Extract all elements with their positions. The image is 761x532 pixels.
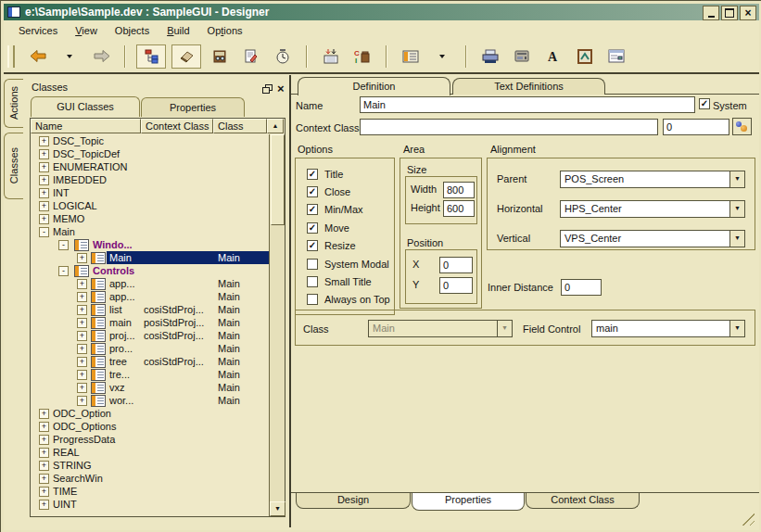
tab-properties[interactable]: Properties xyxy=(412,493,525,511)
panel-splitter[interactable] xyxy=(289,75,291,527)
tab-definition[interactable]: Definition xyxy=(298,77,450,95)
checkbox-always-on-top[interactable] xyxy=(307,294,318,305)
tree-row[interactable]: +treecosiStdProj...Main xyxy=(31,355,269,368)
sidebar-tab-classes[interactable]: Classes xyxy=(4,133,23,199)
inner-distance-input[interactable]: 0 xyxy=(561,279,602,296)
system-checkbox[interactable]: ✓ xyxy=(699,98,710,109)
tree-row[interactable]: +listcosiStdProj...Main xyxy=(31,303,269,316)
tree-row[interactable]: +tre...Main xyxy=(31,368,269,381)
parent-combobox[interactable]: POS_Screen▼ xyxy=(560,171,745,188)
tree-row[interactable]: +INT xyxy=(31,186,269,199)
tree-row[interactable]: +UINT xyxy=(31,498,269,511)
menu-item-objects[interactable]: Objects xyxy=(107,22,159,39)
option-row-system-modal[interactable]: System Modal xyxy=(296,255,394,272)
option-row-small-title[interactable]: Small Title xyxy=(296,272,394,290)
option-row-title[interactable]: ✓Title xyxy=(296,165,394,183)
name-input[interactable]: Main xyxy=(360,96,695,113)
tree-expand-toggle[interactable]: + xyxy=(39,214,49,224)
maximize-button[interactable] xyxy=(721,6,738,20)
toolbar-button-window-preview[interactable] xyxy=(602,45,630,68)
toolbar-button-library[interactable] xyxy=(206,45,234,68)
toolbar-button-back[interactable] xyxy=(24,45,52,68)
tree-row[interactable]: +proj...cosiStdProj...Main xyxy=(31,329,269,342)
option-row-move[interactable]: ✓Move xyxy=(296,219,394,236)
tab-gui-classes[interactable]: GUI Classes xyxy=(31,96,140,117)
tree-expand-toggle[interactable]: + xyxy=(39,149,49,159)
menu-item-options[interactable]: Options xyxy=(199,22,252,39)
x-input[interactable]: 0 xyxy=(439,257,473,273)
toolbar-button-image[interactable] xyxy=(571,45,599,68)
resize-grip[interactable] xyxy=(740,513,755,526)
tree-row[interactable]: +ProgressData xyxy=(31,433,269,446)
dock-close-icon[interactable]: × xyxy=(277,82,285,95)
toolbar-button-eraser[interactable] xyxy=(171,44,201,69)
option-row-resize[interactable]: ✓Resize xyxy=(296,237,394,255)
tree-row[interactable]: +vxzMain xyxy=(31,381,269,394)
tree-expand-toggle[interactable]: + xyxy=(77,318,87,328)
tree-expand-toggle[interactable]: + xyxy=(39,500,49,510)
tree-row[interactable]: +wor...Main xyxy=(31,394,269,407)
toolbar-button-history[interactable] xyxy=(269,45,297,68)
tree-expand-toggle[interactable]: + xyxy=(77,370,87,380)
column-header-name[interactable]: Name xyxy=(31,119,141,133)
toolbar-button-import[interactable] xyxy=(317,45,345,68)
tree-expand-toggle[interactable]: + xyxy=(39,474,49,484)
option-row-always-on-top[interactable]: Always on Top xyxy=(296,291,394,309)
tree-expand-toggle[interactable]: + xyxy=(77,331,87,341)
tree-expand-toggle[interactable]: + xyxy=(77,279,87,289)
context-class-index-input[interactable]: 0 xyxy=(663,119,729,135)
tree-expand-toggle[interactable]: + xyxy=(77,344,87,354)
checkbox-min-max[interactable]: ✓ xyxy=(307,204,318,215)
width-input[interactable]: 800 xyxy=(443,182,475,198)
title-bar[interactable]: e:\Sample\Sample.dev : SampleGUI - Desig… xyxy=(4,4,759,20)
tree-expand-toggle[interactable]: - xyxy=(58,266,69,276)
scroll-down-button[interactable]: ▼ xyxy=(270,501,285,516)
checkbox-close[interactable]: ✓ xyxy=(307,186,318,197)
tree-row[interactable]: +mainposiStdProj...Main xyxy=(31,316,269,329)
tree-expand-toggle[interactable]: - xyxy=(58,240,69,250)
tab-properties-dock[interactable]: Properties xyxy=(141,97,245,117)
tree-expand-toggle[interactable]: + xyxy=(77,292,87,302)
toolbar-button-print[interactable] xyxy=(476,45,504,68)
tree-row[interactable]: +TIME xyxy=(31,485,269,498)
tree-row[interactable]: +ENUMERATION xyxy=(31,160,269,173)
tree-expand-toggle[interactable]: + xyxy=(77,383,87,393)
tree-row[interactable]: +ODC_Options xyxy=(31,420,269,433)
minimize-button[interactable] xyxy=(703,6,719,20)
toolbar-button-code-generation[interactable]: CI xyxy=(349,45,376,68)
tree-row[interactable]: +DSC_TopicDef xyxy=(31,147,269,160)
class-combobox[interactable]: Main ▼ xyxy=(368,320,513,337)
tab-design[interactable]: Design xyxy=(296,493,411,509)
sidebar-tab-actions[interactable]: Actions xyxy=(4,79,23,128)
tree-expand-toggle[interactable]: + xyxy=(39,422,49,432)
toolbar-button-form-view-dropdown[interactable] xyxy=(428,45,456,68)
tree-row[interactable]: +STRING xyxy=(31,459,269,472)
tree-row[interactable]: -Windo... xyxy=(31,238,269,251)
tree-expand-toggle[interactable]: + xyxy=(77,357,87,367)
toolbar-button-device[interactable] xyxy=(508,45,536,68)
tree-expand-toggle[interactable]: + xyxy=(77,305,87,315)
tree-expand-toggle[interactable]: + xyxy=(39,136,49,146)
tree-row[interactable]: +app...Main xyxy=(31,290,269,303)
tree-expand-toggle[interactable]: + xyxy=(39,487,49,497)
tree-expand-toggle[interactable]: + xyxy=(39,201,49,211)
tree-row[interactable]: +SearchWin xyxy=(31,472,269,485)
tab-text-definitions[interactable]: Text Definitions xyxy=(452,78,605,95)
tree-row[interactable]: -Controls xyxy=(31,264,269,277)
checkbox-title[interactable]: ✓ xyxy=(307,169,318,180)
toolbar-button-class-hierarchy[interactable] xyxy=(136,44,166,69)
height-input[interactable]: 600 xyxy=(443,200,475,217)
tree-row[interactable]: +IMBEDDED xyxy=(31,173,269,186)
tree-expand-toggle[interactable]: + xyxy=(39,175,49,185)
option-row-min-max[interactable]: ✓Min/Max xyxy=(296,201,394,219)
tree-expand-toggle[interactable]: + xyxy=(77,253,87,263)
tree-row[interactable]: +app...Main xyxy=(31,277,269,290)
menu-item-build[interactable]: Build xyxy=(159,22,198,39)
tab-context-class[interactable]: Context Class xyxy=(526,493,640,509)
toolbar-button-edit-definition[interactable] xyxy=(237,45,265,68)
tree-expand-toggle[interactable]: + xyxy=(77,396,87,406)
field-control-combobox-arrow-icon[interactable]: ▼ xyxy=(729,321,744,336)
y-input[interactable]: 0 xyxy=(439,277,473,294)
vertical-scrollbar[interactable]: ▼ xyxy=(269,134,285,516)
option-row-close[interactable]: ✓Close xyxy=(296,183,394,200)
